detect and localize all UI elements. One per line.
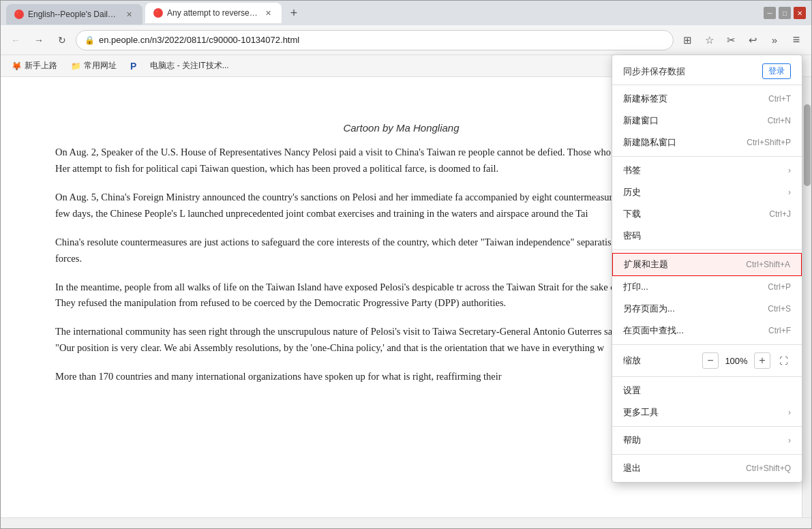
back-button[interactable]: ←: [6, 31, 25, 50]
menu-divider: [612, 250, 802, 250]
menu-item-shortcut-downloads: Ctrl+J: [769, 209, 791, 219]
window-controls: ─ □ ✕: [764, 7, 806, 19]
menu-item-bookmarks[interactable]: 书签›: [612, 160, 802, 181]
menu-item-label-more-tools: 更多工具: [623, 406, 788, 419]
tab-1[interactable]: 🔴 English--People's Daily Onlin... ✕: [6, 4, 142, 25]
zoom-value: 100%: [724, 356, 749, 366]
menu-item-print[interactable]: 打印...Ctrl+P: [612, 276, 802, 298]
zoom-plus-button[interactable]: +: [754, 352, 770, 369]
menu-item-label-save-page: 另存页面为...: [623, 303, 754, 315]
minimize-button[interactable]: ─: [764, 7, 776, 19]
menu-item-label-help: 帮助: [623, 434, 788, 447]
menu-item-label-bookmarks: 书签: [623, 164, 788, 177]
address-input-wrap[interactable]: 🔒 en.people.cn/n3/2022/0811/c90000-10134…: [76, 30, 674, 50]
history-back-icon[interactable]: ↩: [743, 31, 762, 50]
menu-divider: [612, 376, 802, 377]
menu-item-shortcut-print: Ctrl+P: [768, 282, 791, 292]
menu-item-find[interactable]: 在页面中查找...Ctrl+F: [612, 320, 802, 342]
bookmark-star-icon[interactable]: ☆: [700, 31, 719, 50]
toolbar-icons: ⊞ ☆ ✂ ↩ » ≡: [678, 31, 806, 50]
menu-item-save-page[interactable]: 另存页面为...Ctrl+S: [612, 298, 802, 320]
menu-item-label-find: 在页面中查找...: [623, 324, 755, 337]
close-window-button[interactable]: ✕: [794, 7, 806, 19]
menu-item-label-quit: 退出: [623, 462, 732, 474]
menu-item-arrow-bookmarks: ›: [788, 166, 791, 175]
menu-item-passwords[interactable]: 密码: [612, 225, 802, 247]
forward-button[interactable]: →: [29, 31, 48, 50]
menu-divider: [612, 344, 802, 345]
menu-item-new-window[interactable]: 新建窗口Ctrl+N: [612, 110, 802, 132]
tab-2[interactable]: 🔴 Any attempt to reverse the u... ✕: [145, 3, 282, 23]
menu-item-history[interactable]: 历史›: [612, 181, 802, 203]
scrollbar-track[interactable]: [802, 77, 811, 517]
bookmark-xinshoulv-label: 新手上路: [25, 60, 57, 72]
zoom-expand-button[interactable]: ⛶: [776, 353, 791, 368]
menu-item-shortcut-new-tab: Ctrl+T: [768, 94, 791, 104]
address-text: en.people.cn/n3/2022/0811/c90000-1013407…: [99, 35, 665, 45]
menu-item-label-passwords: 密码: [623, 230, 791, 242]
bookmark-changyong-favicon: 📁: [71, 61, 81, 71]
bookmark-changyong-label: 常用网址: [84, 60, 117, 72]
menu-item-label-settings: 设置: [623, 384, 791, 397]
menu-sync-text: 同步并保存数据: [623, 65, 685, 78]
menu-item-label-new-window: 新建窗口: [623, 115, 754, 127]
tab-1-close[interactable]: ✕: [123, 9, 134, 20]
bookmark-changyong[interactable]: 📁 常用网址: [65, 58, 122, 74]
menu-item-shortcut-find: Ctrl+F: [768, 326, 791, 335]
bookmark-p[interactable]: P: [125, 58, 142, 74]
browser-sidebar-icon[interactable]: ⊞: [678, 31, 697, 50]
tab-2-label: Any attempt to reverse the u...: [167, 8, 258, 18]
zoom-control: − 100% + ⛶: [702, 352, 791, 369]
menu-item-shortcut-incognito: Ctrl+Shift+P: [747, 138, 791, 147]
lock-icon: 🔒: [85, 35, 95, 45]
zoom-minus-button[interactable]: −: [702, 352, 719, 369]
bookmark-xinshoulv[interactable]: 🦊 新手上路: [6, 58, 63, 74]
menu-item-label-print: 打印...: [623, 281, 754, 293]
menu-item-arrow-more-tools: ›: [788, 408, 791, 417]
menu-item-label-extensions: 扩展和主题: [624, 258, 732, 271]
bookmark-diannao-label: 电脑志 - 关注IT技术...: [150, 60, 228, 72]
menu-icon[interactable]: ≡: [787, 31, 806, 50]
menu-divider: [612, 156, 802, 157]
bookmark-xinshoulv-favicon: 🦊: [12, 61, 22, 71]
menu-item-help[interactable]: 帮助›: [612, 429, 802, 451]
context-menu: 同步并保存数据 登录 新建标签页Ctrl+T新建窗口Ctrl+N新建隐私窗口Ct…: [612, 55, 802, 483]
title-bar: 🔴 English--People's Daily Onlin... ✕ 🔴 A…: [1, 1, 811, 25]
menu-item-quit[interactable]: 退出Ctrl+Shift+Q: [612, 457, 802, 479]
menu-item-arrow-history: ›: [788, 187, 791, 197]
menu-item-downloads[interactable]: 下载Ctrl+J: [612, 203, 802, 225]
menu-item-shortcut-save-page: Ctrl+S: [768, 304, 791, 314]
refresh-button[interactable]: ↻: [52, 31, 72, 50]
menu-item-new-tab[interactable]: 新建标签页Ctrl+T: [612, 88, 802, 110]
tab-2-close[interactable]: ✕: [262, 7, 273, 18]
menu-item-label-new-tab: 新建标签页: [623, 93, 755, 105]
menu-item-zoom: 缩放 − 100% + ⛶: [612, 348, 802, 374]
menu-item-incognito[interactable]: 新建隐私窗口Ctrl+Shift+P: [612, 132, 802, 153]
menu-divider: [612, 454, 802, 455]
menu-item-arrow-help: ›: [788, 436, 791, 445]
menu-item-label-downloads: 下载: [623, 208, 755, 220]
screenshot-icon[interactable]: ✂: [721, 31, 740, 50]
tab-2-favicon: 🔴: [153, 8, 163, 18]
menu-login-button[interactable]: 登录: [762, 63, 791, 79]
menu-items-container: 新建标签页Ctrl+T新建窗口Ctrl+N新建隐私窗口Ctrl+Shift+P书…: [612, 88, 802, 479]
address-bar: ← → ↻ 🔒 en.people.cn/n3/2022/0811/c90000…: [1, 25, 811, 55]
menu-item-label-incognito: 新建隐私窗口: [623, 136, 733, 149]
zoom-label: 缩放: [623, 354, 702, 367]
menu-divider: [612, 426, 802, 427]
menu-item-shortcut-quit: Ctrl+Shift+Q: [746, 464, 791, 473]
menu-item-settings[interactable]: 设置: [612, 380, 802, 402]
menu-item-more-tools[interactable]: 更多工具›: [612, 402, 802, 423]
overflow-icon[interactable]: »: [765, 31, 784, 50]
new-tab-button[interactable]: +: [284, 3, 303, 22]
tab-1-favicon: 🔴: [14, 10, 24, 19]
bookmark-p-favicon: P: [130, 61, 136, 72]
menu-item-shortcut-new-window: Ctrl+N: [768, 116, 791, 125]
menu-item-extensions[interactable]: 扩展和主题Ctrl+Shift+A: [612, 253, 802, 276]
maximize-button[interactable]: □: [779, 7, 791, 19]
bookmark-diannao[interactable]: 电脑志 - 关注IT技术...: [145, 58, 234, 74]
bottom-bar: [1, 517, 811, 528]
menu-item-shortcut-extensions: Ctrl+Shift+A: [746, 260, 790, 269]
scrollbar-thumb[interactable]: [804, 104, 811, 186]
tab-1-label: English--People's Daily Onlin...: [28, 10, 119, 19]
